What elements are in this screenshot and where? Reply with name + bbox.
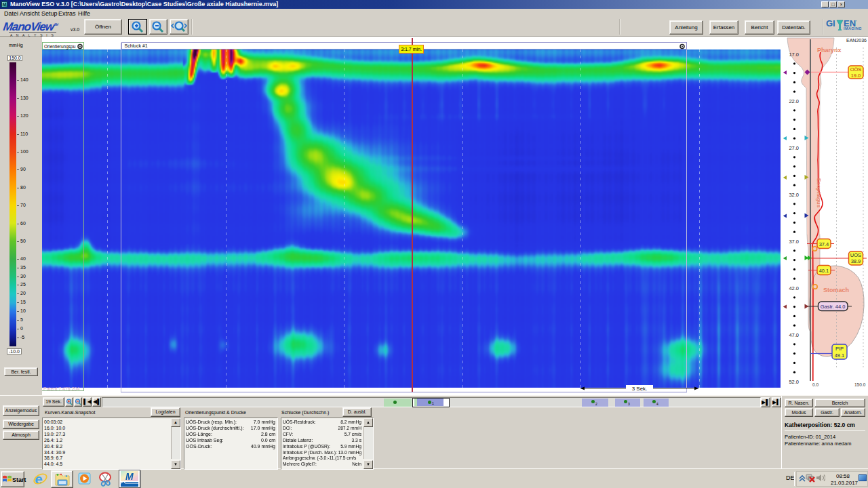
svg-text:EAN2036: EAN2036 [846,38,867,43]
svg-text:150.0: 150.0 [854,382,866,387]
svg-text:17.0: 17.0 [789,52,799,58]
svg-text:52.0: 52.0 [789,379,799,385]
svg-text:47.0: 47.0 [789,332,799,338]
svg-text:19.0: 19.0 [851,73,861,79]
svg-text:PIP: PIP [835,346,844,352]
svg-text:38.9: 38.9 [851,258,861,264]
svg-text:37.4: 37.4 [819,241,829,247]
svg-text:Stomach: Stomach [823,287,849,293]
svg-text:49.1: 49.1 [835,352,845,359]
svg-text:e: e [35,471,43,487]
svg-text:27.0: 27.0 [789,145,799,151]
svg-text:Gastr. 44.0: Gastr. 44.0 [821,304,846,310]
svg-text:Esophagus: Esophagus [816,178,822,208]
svg-text:22.0: 22.0 [789,98,799,104]
svg-text:UÖS: UÖS [850,252,861,258]
svg-text:M: M [125,471,134,482]
svg-text:Pharynx: Pharynx [817,47,842,54]
svg-text:42.0: 42.0 [789,285,799,291]
svg-text:40.1: 40.1 [819,268,829,274]
svg-text:32.0: 32.0 [789,192,799,198]
svg-text:3 Sek.: 3 Sek. [632,386,648,392]
svg-text:0.0: 0.0 [812,382,818,387]
svg-text:37.0: 37.0 [789,239,799,245]
